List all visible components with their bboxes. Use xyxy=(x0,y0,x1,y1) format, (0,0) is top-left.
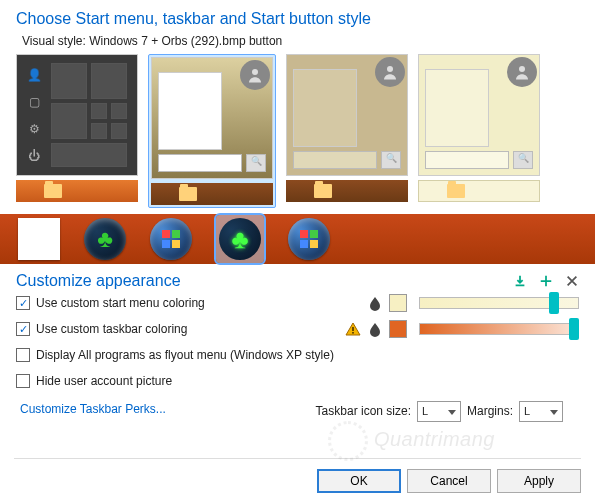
svg-point-0 xyxy=(252,69,258,75)
watermark: Quantrimang xyxy=(328,421,495,461)
section-title: Customize appearance xyxy=(16,272,181,290)
svg-rect-3 xyxy=(28,229,37,237)
start-orb-bar: ♣ ♣ xyxy=(0,214,595,264)
warning-icon[interactable] xyxy=(345,322,361,336)
close-icon[interactable] xyxy=(565,274,579,288)
drop-icon[interactable] xyxy=(367,321,383,337)
power-icon: ⏻ xyxy=(26,148,42,164)
taskbar-preview xyxy=(418,180,540,202)
start-color-swatch[interactable] xyxy=(389,294,407,312)
drop-icon[interactable] xyxy=(367,295,383,311)
label-taskbar-coloring: Use custom taskbar coloring xyxy=(36,322,187,336)
svg-rect-4 xyxy=(39,228,50,237)
taskbar-preview xyxy=(286,180,408,202)
user-icon xyxy=(240,60,270,90)
svg-rect-7 xyxy=(352,327,354,331)
svg-rect-8 xyxy=(352,332,354,334)
customize-perks-link[interactable]: Customize Taskbar Perks... xyxy=(16,398,166,424)
checkbox-taskbar-coloring[interactable]: ✓ xyxy=(16,322,30,336)
margins-label: Margins: xyxy=(467,404,513,418)
search-icon xyxy=(381,151,401,169)
user-icon xyxy=(375,57,405,87)
taskbar-preview xyxy=(16,180,138,202)
margins-combo[interactable]: L xyxy=(519,401,563,422)
svg-rect-6 xyxy=(39,239,50,249)
taskbar-icon-size-label: Taskbar icon size: xyxy=(316,404,411,418)
preview-dark-tiles[interactable]: 👤 ▢ ⚙ ⏻ xyxy=(16,54,138,208)
label-start-coloring: Use custom start menu coloring xyxy=(36,296,205,310)
taskbar-coloring-slider[interactable] xyxy=(419,321,579,337)
svg-rect-5 xyxy=(28,239,37,247)
preview-tan[interactable] xyxy=(286,54,408,208)
checkbox-hide-user[interactable] xyxy=(16,374,30,388)
svg-point-1 xyxy=(387,66,393,72)
folder-icon xyxy=(179,187,197,201)
orb-clover-dark[interactable]: ♣ xyxy=(84,218,126,260)
user-icon xyxy=(507,57,537,87)
taskbar-preview xyxy=(151,183,273,205)
preview-cream[interactable] xyxy=(418,54,540,208)
dialog-button-bar: OK Cancel Apply xyxy=(14,458,581,493)
visual-style-row: Visual style: Windows 7 + Orbs (292).bmp… xyxy=(16,34,579,48)
start-coloring-slider[interactable] xyxy=(419,295,579,311)
folder-icon xyxy=(314,184,332,198)
ok-button[interactable]: OK xyxy=(317,469,401,493)
visual-style-value: Windows 7 + Orbs (292).bmp button xyxy=(89,34,282,48)
orb-clover-green-selected[interactable]: ♣ xyxy=(216,215,264,263)
download-icon[interactable] xyxy=(513,274,527,288)
taskbar-icon-size-combo[interactable]: L xyxy=(417,401,461,422)
apply-button[interactable]: Apply xyxy=(497,469,581,493)
page-title: Choose Start menu, taskbar and Start but… xyxy=(16,10,579,28)
label-hide-user: Hide user account picture xyxy=(36,374,172,388)
orb-win8[interactable] xyxy=(18,218,60,260)
folder-icon xyxy=(44,184,62,198)
orb-win7-alt[interactable] xyxy=(288,218,330,260)
picture-icon: ▢ xyxy=(26,94,42,110)
label-flyout: Display All programs as flyout menu (Win… xyxy=(36,348,334,362)
style-previews: 👤 ▢ ⚙ ⏻ xyxy=(16,54,579,208)
cancel-button[interactable]: Cancel xyxy=(407,469,491,493)
search-icon xyxy=(246,154,266,172)
taskbar-color-swatch[interactable] xyxy=(389,320,407,338)
checkbox-flyout[interactable] xyxy=(16,348,30,362)
add-icon[interactable] xyxy=(539,274,553,288)
preview-glass-selected[interactable] xyxy=(148,54,276,208)
orb-win7[interactable] xyxy=(150,218,192,260)
gear-icon: ⚙ xyxy=(26,121,42,137)
search-icon xyxy=(513,151,533,169)
folder-icon xyxy=(447,184,465,198)
user-icon: 👤 xyxy=(26,67,42,83)
svg-point-2 xyxy=(519,66,525,72)
visual-style-label: Visual style: xyxy=(22,34,86,48)
checkbox-start-coloring[interactable]: ✓ xyxy=(16,296,30,310)
